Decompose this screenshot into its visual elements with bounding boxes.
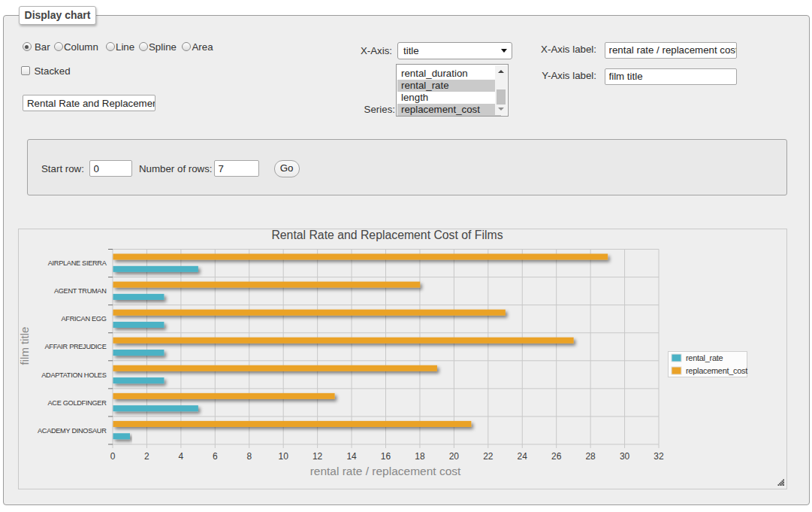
svg-text:rental rate / replacement cost: rental rate / replacement cost [310,465,461,477]
svg-text:14: 14 [346,451,357,462]
svg-text:10: 10 [279,451,289,462]
svg-text:ADAPTATION HOLES: ADAPTATION HOLES [41,371,106,379]
svg-text:rental_rate: rental_rate [686,353,723,362]
svg-text:6: 6 [213,451,218,462]
svg-text:Rental Rate and Replacement Co: Rental Rate and Replacement Cost of Film… [271,229,503,241]
svg-text:0: 0 [110,451,116,462]
svg-text:24: 24 [518,451,528,462]
svg-text:AFFAIR PREJUDICE: AFFAIR PREJUDICE [45,343,107,350]
svg-text:30: 30 [620,451,630,462]
svg-text:16: 16 [381,451,391,462]
svg-text:20: 20 [449,451,460,462]
svg-text:film title: film title [19,327,31,365]
svg-text:26: 26 [551,451,562,462]
svg-text:4: 4 [179,451,184,462]
svg-text:AIRPLANE SIERRA: AIRPLANE SIERRA [48,259,107,267]
svg-text:AFRICAN EGG: AFRICAN EGG [62,315,107,323]
svg-text:32: 32 [654,451,664,462]
svg-text:8: 8 [246,451,252,462]
svg-text:28: 28 [585,451,596,462]
svg-text:2: 2 [144,451,149,462]
svg-text:22: 22 [483,451,494,462]
svg-text:ACADEMY DINOSAUR: ACADEMY DINOSAUR [38,427,107,435]
svg-text:18: 18 [415,451,425,462]
svg-text:replacement_cost: replacement_cost [686,366,747,375]
svg-text:AGENT TRUMAN: AGENT TRUMAN [54,287,107,295]
svg-text:12: 12 [312,451,323,462]
svg-text:ACE GOLDFINGER: ACE GOLDFINGER [48,399,107,407]
